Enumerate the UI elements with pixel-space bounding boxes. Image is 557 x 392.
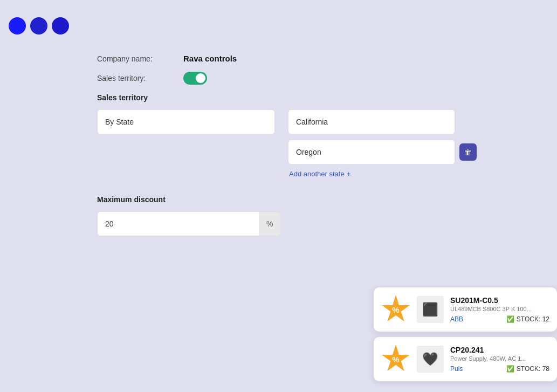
product-footer-2: Puls ✅ STOCK: 78 xyxy=(450,365,549,373)
circle-button-1[interactable] xyxy=(9,17,26,35)
product-image-1: ⬛ xyxy=(417,296,444,323)
state-row-oregon: 🗑 xyxy=(288,140,477,164)
circle-button-2[interactable] xyxy=(30,17,47,35)
product-card-1[interactable]: % ⬛ SU201M-C0.5 UL489MCB S800C 3P K 100.… xyxy=(374,287,557,332)
product-icon-2: 🖤 xyxy=(422,352,438,367)
main-content: Company name: Rava controls Sales territ… xyxy=(97,54,535,236)
stock-label-1: STOCK: 12 xyxy=(517,315,549,323)
product-desc-1: UL489MCB S800C 3P K 100... xyxy=(450,306,549,312)
discount-section: Maximum discount % xyxy=(97,195,535,236)
circle-button-3[interactable] xyxy=(52,17,69,35)
sales-territory-label: Sales territory: xyxy=(97,74,183,82)
product-image-2: 🖤 xyxy=(417,346,444,373)
add-state-label: Add another state xyxy=(289,170,345,178)
product-card-2[interactable]: % 🖤 CP20.241 Power Supply, 480W, AC 1...… xyxy=(374,337,557,381)
sales-territory-toggle-row: Sales territory: xyxy=(97,72,535,85)
product-footer-1: ABB ✅ STOCK: 12 xyxy=(450,315,549,323)
product-brand-2: Puls xyxy=(450,365,463,373)
product-brand-1: ABB xyxy=(450,315,463,323)
discount-suffix: % xyxy=(259,211,281,236)
window-controls xyxy=(0,11,78,41)
add-state-link[interactable]: Add another state + xyxy=(288,170,477,178)
product-stock-2: ✅ STOCK: 78 xyxy=(506,365,549,373)
toggle-thumb xyxy=(196,73,205,83)
product-cards: % ⬛ SU201M-C0.5 UL489MCB S800C 3P K 100.… xyxy=(374,287,557,381)
discount-label: Maximum discount xyxy=(97,195,535,204)
product-stock-1: ✅ STOCK: 12 xyxy=(506,315,549,323)
company-name-label: Company name: xyxy=(97,54,183,63)
discount-input[interactable] xyxy=(97,211,259,236)
stock-icon-1: ✅ xyxy=(506,315,514,323)
discount-input-row: % xyxy=(97,211,535,236)
product-info-2: CP20.241 Power Supply, 480W, AC 1... Pul… xyxy=(450,346,549,373)
product-desc-2: Power Supply, 480W, AC 1... xyxy=(450,355,549,362)
badge-text-1: % xyxy=(392,305,399,314)
territory-grid: 🗑 Add another state + xyxy=(97,109,535,178)
company-name-value: Rava controls xyxy=(183,54,237,63)
state-row-california xyxy=(288,109,477,134)
territory-type-col xyxy=(97,109,275,134)
product-name-1: SU201M-C0.5 xyxy=(450,296,549,305)
badge-text-2: % xyxy=(392,355,399,364)
stock-label-2: STOCK: 78 xyxy=(517,365,549,373)
plus-icon: + xyxy=(347,170,351,178)
discount-badge-1: % xyxy=(381,295,410,324)
territory-section-title: Sales territory xyxy=(97,93,535,102)
states-col: 🗑 Add another state + xyxy=(288,109,477,178)
state-input-oregon[interactable] xyxy=(288,140,455,164)
delete-state-button[interactable]: 🗑 xyxy=(459,143,477,161)
territory-type-input[interactable] xyxy=(97,109,275,134)
product-info-1: SU201M-C0.5 UL489MCB S800C 3P K 100... A… xyxy=(450,296,549,323)
company-name-row: Company name: Rava controls xyxy=(97,54,535,63)
discount-badge-2: % xyxy=(381,345,410,374)
product-icon-1: ⬛ xyxy=(422,302,438,317)
sales-territory-toggle[interactable] xyxy=(183,72,207,85)
stock-icon-2: ✅ xyxy=(506,365,514,373)
state-input-california[interactable] xyxy=(288,109,455,134)
product-name-2: CP20.241 xyxy=(450,346,549,354)
trash-icon: 🗑 xyxy=(464,148,472,156)
